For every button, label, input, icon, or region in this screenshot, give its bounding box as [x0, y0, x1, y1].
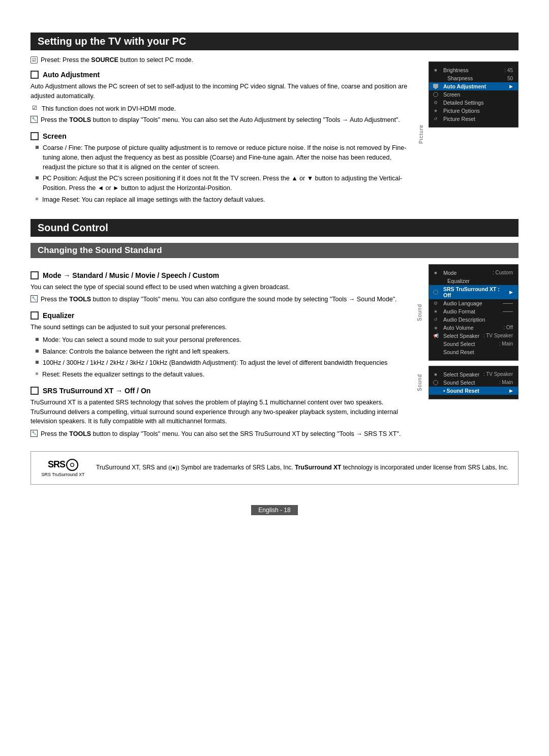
section-sound-control: Sound Control — [30, 219, 518, 237]
eq-bullet-icon-4 — [36, 372, 38, 375]
tv-panel-2: ■ Mode : Custom Equalizer SRS TruSurroun… — [429, 264, 518, 361]
mode-body: You can select the type of special sound… — [30, 282, 409, 292]
srs-description: TruSurround XT, SRS and ((●)) Symbol are… — [96, 463, 508, 472]
tv2-icon-9 — [432, 340, 439, 348]
tv2-row-mode: ■ Mode : Custom — [429, 269, 518, 277]
auto-note-2-text: Press the TOOLS button to display "Tools… — [41, 115, 400, 125]
bullet-icon-3 — [36, 198, 38, 200]
tv2-icon-4: ⚙ — [432, 300, 439, 307]
tv-row-auto-adj: Auto Adjustment ▶ — [429, 82, 518, 90]
srs-inner-circle — [70, 463, 74, 467]
tv2-row-sound-reset: Sound Reset — [429, 348, 518, 356]
section-sound-standard: Changing the Sound Standard Mode → Stand… — [30, 243, 518, 485]
check-icon: ☑ — [30, 104, 39, 112]
screen-bullet-1-text: Coarse / Fine: The purpose of picture qu… — [43, 143, 409, 172]
tv2-row-audio-fmt: ★ Audio Format —— — [429, 307, 518, 316]
tv-panel-1: ■ Brightness : 45 Sharpness 50 Auto Adju… — [429, 61, 518, 128]
tv-panels-right: Sound ■ Mode : Custom Equalizer — [419, 264, 518, 441]
sound-control-title: Sound Control — [30, 219, 518, 237]
auto-note-1-text: This function does not work in DVI-HDMI … — [42, 104, 176, 114]
srs-logo-inner: SRS — [48, 459, 78, 471]
tv-icon-7: ↺ — [432, 115, 439, 122]
screen-bullet-3: Image Reset: You can replace all image s… — [36, 195, 409, 205]
tv2-icon-3 — [432, 289, 439, 296]
equalizer-body: The sound settings can be adjusted to su… — [30, 323, 409, 332]
tv2-row-sound-sel: Sound Select : Main — [429, 340, 518, 348]
tv2-icon-6: ↺ — [432, 316, 439, 323]
srs-note: 🔧 Press the TOOLS button to display "Too… — [30, 429, 409, 439]
bullet-icon-1 — [36, 146, 39, 149]
svg-rect-1 — [435, 88, 437, 89]
equalizer-heading: Equalizer — [30, 311, 409, 320]
eq-bullet-4: Reset: Resets the equalizer settings to … — [36, 370, 409, 380]
tv-row-picture-opt: ★ Picture Options — [429, 107, 518, 115]
screen-bullet-3-text: Image Reset: You can replace all image s… — [42, 195, 265, 205]
tv2-icon-10 — [432, 349, 439, 356]
tv-panel-2-label: Sound — [417, 304, 422, 321]
eq-bullet-2: Balance: Controls the balance between th… — [36, 347, 409, 357]
page-number: English - 18 — [251, 505, 297, 515]
tv3-icon-2 — [432, 379, 439, 386]
tv-icon-3 — [432, 83, 439, 90]
pc-setup-content: ☑ Preset: Press the SOURCE button to sel… — [30, 56, 518, 207]
tv-panel-3: ■ Select Speaker : TV Speaker Sound Sele… — [429, 366, 518, 399]
auto-note-2: 🔧 Press the TOOLS button to display "Too… — [30, 115, 409, 125]
tools-icon-3: 🔧 — [30, 430, 38, 437]
preset-text: Preset: Press the SOURCE button to selec… — [41, 56, 193, 64]
tv3-icon-3 — [432, 387, 439, 394]
tv2-row-srs: SRS TruSurround XT : Off ▶ — [429, 285, 518, 299]
sound-standard-content: Mode → Standard / Music / Movie / Speech… — [30, 264, 518, 441]
eq-bullet-icon-1 — [36, 338, 39, 341]
tv-panel-1-wrapper: Picture ■ Brightness : 45 Sharpness 50 A… — [419, 61, 518, 207]
srs-note-text: Press the TOOLS button to display "Tools… — [41, 429, 401, 439]
eq-bullet-1: Mode: You can select a sound mode to sui… — [36, 335, 409, 345]
srs-symbol: ((●)) — [168, 464, 179, 470]
mode-note-text: Press the TOOLS button to display "Tools… — [41, 295, 397, 304]
preset-note: ☑ Preset: Press the SOURCE button to sel… — [30, 56, 409, 64]
tv-row-brightness: ■ Brightness : 45 — [429, 66, 518, 74]
tv-icon-6: ★ — [432, 107, 439, 114]
srs-circle-logo — [66, 459, 78, 471]
tv3-row-select-spk: ■ Select Speaker : TV Speaker — [429, 370, 518, 379]
tv-icon-2 — [432, 75, 439, 82]
auto-adjustment-body: Auto Adjustment allows the PC screen of … — [30, 82, 409, 101]
srs-trademark-box: SRS SRS TruSurround XT TruSurround XT, S… — [30, 451, 518, 485]
auto-note-1: ☑ This function does not work in DVI-HDM… — [30, 104, 409, 114]
tv2-icon-8: 📢 — [432, 332, 439, 339]
section-pc-setup: Setting up the TV with your PC ☑ Preset:… — [30, 33, 518, 207]
svg-rect-0 — [433, 84, 438, 88]
pc-setup-left: ☑ Preset: Press the SOURCE button to sel… — [30, 56, 409, 207]
sound-standard-left: Mode → Standard / Music / Movie / Speech… — [30, 264, 409, 441]
srs-text: SRS — [48, 459, 65, 470]
tv2-row-select-spk: 📢 Select Speaker : TV Speaker — [429, 332, 518, 340]
tv2-row-audio-desc: ↺ Audio Description — [429, 316, 518, 324]
tv-panel-2-wrapper: Sound ■ Mode : Custom Equalizer — [419, 264, 518, 361]
tv3-row-sound-sel: Sound Select : Main — [429, 379, 518, 387]
srs-logo: SRS SRS TruSurround XT — [40, 459, 86, 477]
tv-row-picture-reset: ↺ Picture Reset — [429, 115, 518, 123]
tv-row-screen: Screen — [429, 90, 518, 99]
tools-icon-1: 🔧 — [30, 116, 38, 123]
tv-panel-3-wrapper: Sound ■ Select Speaker : TV Speaker Soun… — [419, 366, 518, 399]
tv3-icon-1: ■ — [432, 371, 439, 378]
page-footer: English - 18 — [30, 505, 518, 515]
tools-icon-2: 🔧 — [30, 295, 38, 302]
tv-panel-1-label: Picture — [418, 124, 424, 144]
tv2-icon-7: ◈ — [432, 324, 439, 331]
tv2-icon-5: ★ — [432, 308, 439, 315]
tv2-row-audio-lang: ⚙ Audio Language —— — [429, 299, 518, 307]
screen-bullet-2: PC Position: Adjust the PC's screen posi… — [36, 174, 409, 193]
tv-row-sharpness: Sharpness 50 — [429, 74, 518, 82]
srs-heading: SRS TruSurround XT → Off / On — [30, 387, 409, 395]
eq-bullet-icon-2 — [36, 350, 39, 353]
tv-row-detailed: ⚙ Detailed Settings — [429, 99, 518, 107]
tv3-row-sound-reset: • Sound Reset ▶ — [429, 387, 518, 395]
eq-bullet-3: 100Hz / 300Hz / 1kHz / 2kHz / 3kHz / 10k… — [36, 358, 409, 368]
section-title-pc: Setting up the TV with your PC — [30, 33, 518, 50]
preset-icon: ☑ — [30, 56, 38, 64]
tv-panel-3-label: Sound — [417, 374, 422, 391]
screen-bullet-1: Coarse / Fine: The purpose of picture qu… — [36, 143, 409, 172]
tv2-row-eq: Equalizer — [429, 277, 518, 285]
screen-heading: Screen — [30, 132, 409, 140]
mode-heading: Mode → Standard / Music / Movie / Speech… — [30, 271, 409, 279]
